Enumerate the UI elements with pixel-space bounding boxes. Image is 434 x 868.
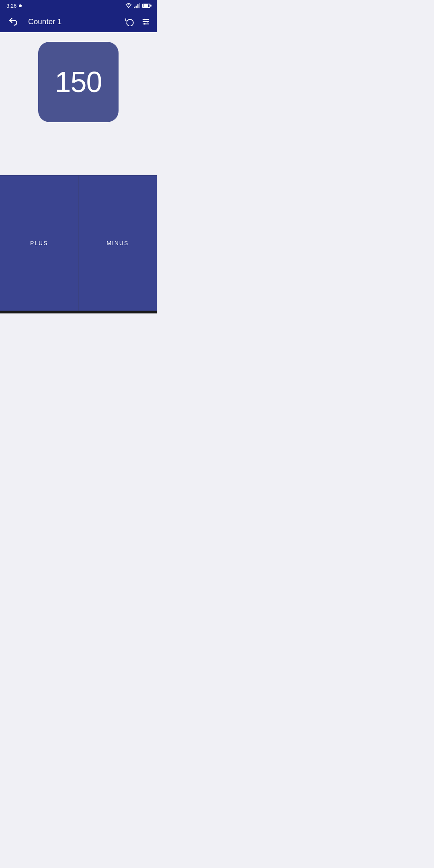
svg-point-0 — [128, 7, 129, 8]
plus-button[interactable]: PLUS — [0, 176, 79, 311]
battery-icon — [142, 4, 150, 8]
minus-button[interactable]: MINUS — [79, 176, 157, 311]
back-button[interactable] — [6, 15, 20, 29]
svg-point-9 — [147, 21, 148, 23]
signal-icon — [134, 3, 140, 8]
toolbar-title: Counter 1 — [28, 17, 61, 26]
minus-label: MINUS — [106, 240, 129, 246]
status-dot-icon — [19, 4, 22, 7]
svg-rect-3 — [137, 4, 139, 8]
status-time-area: 3:26 — [6, 3, 22, 9]
counter-display: 150 — [38, 42, 119, 122]
svg-rect-4 — [139, 3, 140, 8]
settings-button[interactable] — [141, 17, 150, 26]
status-bar: 3:26 — [0, 0, 157, 11]
svg-rect-1 — [134, 7, 135, 8]
toolbar-left: Counter 1 — [6, 15, 61, 29]
wifi-icon — [125, 2, 132, 9]
reset-button[interactable] — [125, 17, 134, 26]
status-icons — [125, 2, 150, 9]
main-content: 150 — [0, 32, 157, 175]
svg-rect-2 — [135, 6, 137, 8]
svg-point-10 — [144, 23, 145, 25]
svg-point-8 — [144, 19, 145, 20]
status-time: 3:26 — [6, 3, 16, 9]
plus-label: PLUS — [30, 240, 48, 246]
toolbar: Counter 1 — [0, 11, 157, 32]
counter-value: 150 — [55, 66, 102, 98]
toolbar-right — [125, 17, 150, 26]
buttons-area: PLUS MINUS — [0, 175, 157, 311]
nav-bar — [0, 311, 157, 313]
